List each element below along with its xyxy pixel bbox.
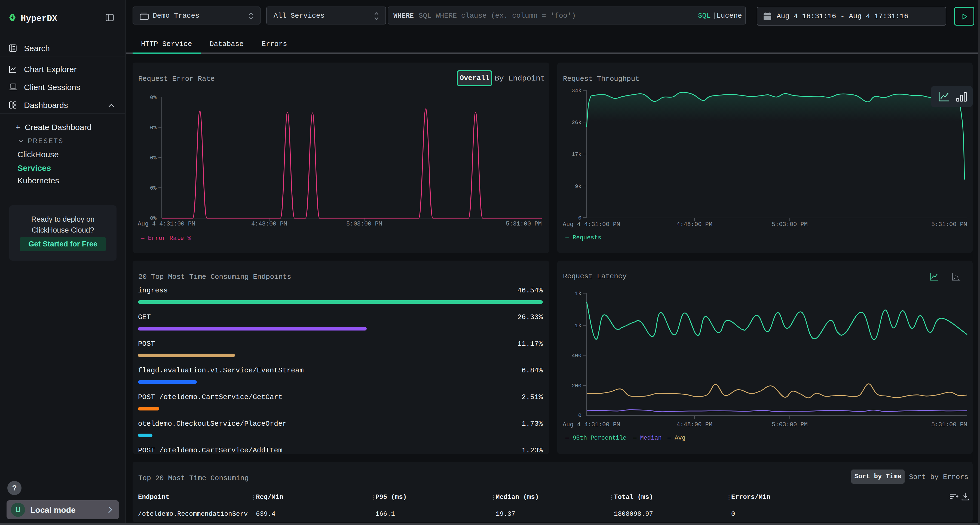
svg-text:— Requests: — Requests <box>565 235 601 241</box>
svg-text:4:48:00 PM: 4:48:00 PM <box>676 421 713 428</box>
svg-text:5:03:00 PM: 5:03:00 PM <box>772 221 808 228</box>
svg-text:17k: 17k <box>572 151 581 157</box>
svg-text:1k: 1k <box>575 290 581 297</box>
svg-text:Aug 4 4:31:00 PM: Aug 4 4:31:00 PM <box>563 421 620 428</box>
svg-text:4:48:00 PM: 4:48:00 PM <box>676 221 713 228</box>
svg-text:0: 0 <box>578 412 581 419</box>
svg-text:5:31:00 PM: 5:31:00 PM <box>931 221 967 228</box>
svg-text:— Median: — Median <box>633 435 662 441</box>
svg-text:5:03:00 PM: 5:03:00 PM <box>346 220 382 227</box>
svg-text:1k: 1k <box>575 323 581 329</box>
svg-text:0%: 0% <box>150 185 157 191</box>
svg-text:5:31:00 PM: 5:31:00 PM <box>506 220 542 227</box>
svg-text:4:48:00 PM: 4:48:00 PM <box>251 220 287 227</box>
svg-text:5:31:00 PM: 5:31:00 PM <box>931 421 967 428</box>
svg-text:0: 0 <box>578 215 581 221</box>
svg-text:0%: 0% <box>150 125 157 131</box>
svg-text:— Error Rate %: — Error Rate % <box>140 235 191 242</box>
svg-text:400: 400 <box>572 352 581 359</box>
svg-text:200: 200 <box>572 383 581 389</box>
svg-text:— 95th Percentile: — 95th Percentile <box>565 435 626 441</box>
svg-text:5:03:00 PM: 5:03:00 PM <box>772 421 808 428</box>
svg-text:0%: 0% <box>150 94 157 101</box>
svg-text:— Avg: — Avg <box>667 435 686 441</box>
svg-text:Aug 4 4:31:00 PM: Aug 4 4:31:00 PM <box>138 220 195 227</box>
svg-text:26k: 26k <box>572 119 581 126</box>
svg-text:34k: 34k <box>572 87 581 94</box>
svg-text:0%: 0% <box>150 155 157 161</box>
svg-text:9k: 9k <box>575 183 581 190</box>
svg-text:Aug 4 4:31:00 PM: Aug 4 4:31:00 PM <box>563 221 620 228</box>
